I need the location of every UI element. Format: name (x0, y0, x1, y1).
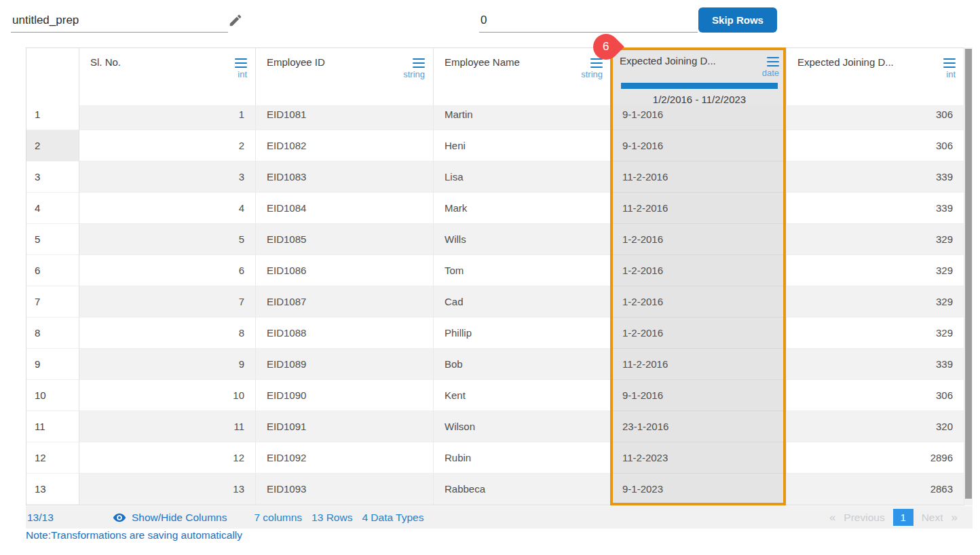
row-number-cell[interactable]: 9 (26, 349, 79, 380)
cell-joining-date: 1-2-2016 (611, 318, 787, 349)
cell-employee-name: Rabbeca (434, 474, 611, 505)
cell-sl-no: 12 (79, 442, 256, 474)
column-title: Employee Name (445, 56, 520, 68)
top-bar: Skip Rows (0, 0, 980, 42)
row-number-cell[interactable]: 2 (26, 130, 79, 161)
cell-joining-date: 9-1-2016 (611, 380, 787, 411)
column-header-sl-no[interactable]: Sl. No. int (79, 48, 256, 105)
cell-employee-id: EID1083 (256, 161, 434, 193)
cell-joining-int: 329 (787, 318, 964, 349)
data-preview-table: Sl. No. int Employee ID string Employee … (26, 47, 964, 505)
row-number-cell[interactable]: 5 (26, 224, 79, 255)
cell-employee-id: EID1084 (256, 193, 434, 224)
cell-employee-name: Kent (434, 380, 611, 411)
cell-sl-no: 2 (79, 130, 256, 161)
next-page-button[interactable]: Next (922, 512, 943, 524)
previous-page-button[interactable]: Previous (844, 512, 884, 524)
table-body: 11EID1081Martin9-1-201630622EID1082Heni9… (26, 99, 964, 505)
last-page-arrow[interactable]: » (951, 511, 958, 524)
cell-employee-name: Phillip (434, 318, 611, 349)
column-type-label: date (620, 68, 779, 78)
cell-joining-int: 329 (787, 224, 964, 255)
cell-joining-int: 339 (787, 349, 964, 380)
cell-employee-name: Wilson (434, 411, 611, 442)
row-number-cell[interactable]: 11 (26, 411, 79, 442)
column-header-employee-name[interactable]: Employee Name string (434, 48, 611, 105)
cell-joining-int: 329 (787, 286, 964, 318)
data-types-count: 4 Data Types (362, 512, 423, 524)
row-number-cell[interactable]: 7 (26, 286, 79, 318)
cell-employee-name: Rubin (434, 442, 611, 474)
cell-joining-int: 2863 (787, 474, 964, 505)
column-menu-icon[interactable] (235, 58, 247, 68)
row-number-cell[interactable]: 12 (26, 442, 79, 474)
cell-joining-int: 329 (787, 255, 964, 286)
row-count-indicator: 13/13 (27, 512, 68, 524)
cell-joining-date: 1-2-2016 (611, 255, 787, 286)
cell-sl-no: 11 (79, 411, 256, 442)
cell-joining-date: 9-1-2023 (611, 474, 787, 505)
column-type-label: int (90, 69, 247, 79)
prep-name-input[interactable] (11, 9, 228, 33)
cell-joining-int: 306 (787, 130, 964, 161)
cell-employee-name: Bob (434, 349, 611, 380)
row-number-cell[interactable]: 8 (26, 318, 79, 349)
column-title: Expected Joining D... (620, 55, 716, 66)
current-page-button[interactable]: 1 (893, 509, 913, 526)
row-number-header (26, 48, 79, 105)
table-header-row: Sl. No. int Employee ID string Employee … (26, 48, 964, 99)
row-number-cell[interactable]: 3 (26, 161, 79, 193)
column-menu-icon[interactable] (413, 58, 425, 68)
cell-joining-int: 339 (787, 193, 964, 224)
cell-employee-id: EID1091 (256, 411, 434, 442)
cell-employee-name: Mark (434, 193, 611, 224)
column-menu-icon[interactable] (943, 58, 956, 68)
cell-sl-no: 6 (79, 255, 256, 286)
cell-employee-name: Heni (434, 130, 611, 161)
column-title: Expected Joining D... (797, 56, 894, 68)
column-header-employee-id[interactable]: Employee ID string (256, 48, 434, 105)
column-header-joining-int[interactable]: Expected Joining D... int (787, 48, 964, 105)
row-number-cell[interactable]: 13 (26, 474, 79, 505)
scrollbar-thumb[interactable] (965, 49, 972, 499)
show-hide-columns-label: Show/Hide Columns (132, 512, 227, 524)
cell-joining-date: 1-2-2016 (611, 286, 787, 318)
cell-employee-id: EID1092 (256, 442, 434, 474)
cell-joining-int: 339 (787, 161, 964, 193)
column-type-label: int (797, 69, 956, 79)
cell-employee-id: EID1087 (256, 286, 434, 318)
row-number-cell[interactable]: 6 (26, 255, 79, 286)
cell-employee-name: Tom (434, 255, 611, 286)
cell-joining-date: 23-1-2016 (611, 411, 787, 442)
first-page-arrow[interactable]: « (829, 511, 835, 524)
cell-employee-name: Lisa (434, 161, 611, 193)
cell-employee-id: EID1085 (256, 224, 434, 255)
eye-icon (113, 511, 126, 524)
cell-sl-no: 5 (79, 224, 256, 255)
cell-employee-id: EID1088 (256, 318, 434, 349)
edit-pencil-icon[interactable] (228, 13, 243, 28)
row-number-cell[interactable]: 4 (26, 193, 79, 224)
cell-sl-no: 10 (79, 380, 256, 411)
column-type-label: string (267, 69, 425, 79)
cell-joining-date: 1-2-2016 (611, 224, 787, 255)
date-range-bar (621, 83, 778, 89)
column-menu-icon[interactable] (590, 58, 603, 68)
cell-sl-no: 13 (79, 474, 256, 505)
table-stats: 7 columns 13 Rows 4 Data Types (254, 512, 423, 524)
column-menu-icon[interactable] (767, 57, 779, 66)
column-title: Employee ID (267, 56, 325, 68)
cell-employee-id: EID1090 (256, 380, 434, 411)
column-header-joining-date-selected[interactable]: Expected Joining D... date 1/2/2016 - 11… (611, 48, 787, 105)
pagination: « Previous 1 Next » (829, 509, 958, 526)
table-footer: 13/13 Show/Hide Columns 7 columns 13 Row… (26, 506, 973, 529)
row-number-cell[interactable]: 10 (26, 380, 79, 411)
vertical-scrollbar[interactable] (964, 47, 973, 505)
cell-joining-date: 11-2-2016 (611, 161, 787, 193)
cell-sl-no: 9 (79, 349, 256, 380)
show-hide-columns-button[interactable]: Show/Hide Columns (113, 511, 227, 524)
cell-joining-date: 11-2-2016 (611, 193, 787, 224)
cell-joining-int: 2896 (787, 442, 964, 474)
skip-rows-button[interactable]: Skip Rows (698, 7, 777, 33)
skip-rows-input[interactable] (479, 9, 698, 33)
